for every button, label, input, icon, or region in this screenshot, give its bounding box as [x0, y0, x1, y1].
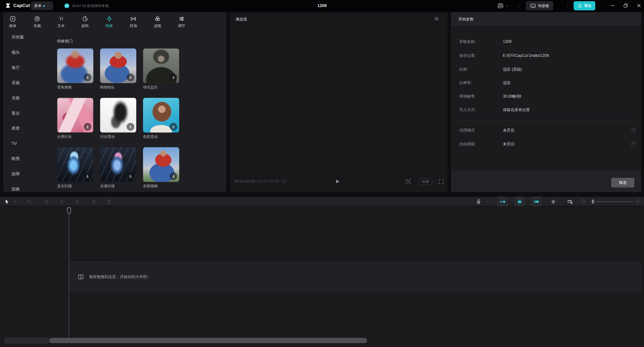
download-icon[interactable]: [84, 172, 92, 180]
chevron-down-icon[interactable]: [13, 199, 17, 204]
transition-icon: [130, 16, 136, 22]
keyboard-icon: [530, 3, 536, 9]
delete-icon[interactable]: [106, 199, 112, 204]
category-tv[interactable]: TV: [12, 141, 17, 146]
export-button[interactable]: 导出: [574, 1, 595, 10]
param-row-name: 草稿名称: 1209: [451, 38, 641, 45]
effect-thumbnail[interactable]: [143, 98, 179, 133]
effect-card[interactable]: 表面模糊: [143, 147, 179, 182]
effect-thumbnail[interactable]: [57, 98, 93, 133]
download-icon[interactable]: [127, 172, 134, 180]
minimize-button[interactable]: [610, 3, 615, 8]
tab-media[interactable]: 媒体: [4, 16, 22, 31]
download-icon[interactable]: [84, 123, 92, 131]
snap-toggle[interactable]: [497, 196, 508, 207]
close-button[interactable]: [636, 3, 642, 8]
tab-adjust[interactable]: 调节: [172, 16, 191, 31]
effect-thumbnail[interactable]: [57, 48, 93, 83]
media-drop-zone[interactable]: 素材拖拽到这里，开始你的大作吧~: [70, 262, 641, 292]
menu-button[interactable]: 菜单: [31, 1, 53, 10]
tab-audio[interactable]: 音频: [28, 16, 46, 31]
main-track-magnet-toggle[interactable]: [514, 196, 525, 207]
preview-quality-icon[interactable]: [282, 179, 287, 184]
effect-card[interactable]: 光谱扫描: [100, 147, 136, 182]
param-label: 保存位置:: [459, 52, 476, 59]
download-icon[interactable]: [84, 73, 92, 81]
category-light[interactable]: 光效: [12, 95, 20, 101]
effect-card[interactable]: 变焦推镜: [57, 48, 93, 83]
effect-thumbnail[interactable]: [100, 98, 136, 133]
delete-left-icon[interactable]: [75, 199, 80, 204]
restore-button[interactable]: [623, 3, 628, 8]
zoom-in-icon[interactable]: [635, 199, 640, 204]
effect-thumbnail[interactable]: [143, 147, 179, 182]
effect-card[interactable]: 精细锐化: [100, 48, 136, 83]
category-dark[interactable]: 暗黑: [12, 156, 20, 162]
category-opening-closing[interactable]: 开闭幕: [12, 34, 24, 40]
preview-axis-icon[interactable]: [550, 199, 556, 205]
horizontal-scrollbar[interactable]: [49, 338, 367, 343]
timeline-zoom-fit-icon[interactable]: [567, 199, 573, 205]
category-camera[interactable]: 镜头: [12, 50, 20, 55]
tab-effects[interactable]: 特效: [100, 16, 118, 31]
playhead-handle[interactable]: [66, 207, 72, 214]
link-toggle[interactable]: [531, 196, 542, 207]
effect-card[interactable]: 绿光监控: [143, 48, 179, 83]
fullscreen-icon[interactable]: [438, 179, 444, 184]
playhead-line[interactable]: [69, 215, 69, 339]
effect-thumbnail[interactable]: [143, 48, 179, 83]
player-menu-icon[interactable]: [434, 16, 439, 21]
asset-panel: 媒体 音频 TI 文本 贴纸 特效 转场 滤镜 调节 开闭幕 镜头 迪厅 圣诞 …: [4, 12, 226, 192]
category-distort[interactable]: 扭曲: [12, 186, 20, 192]
focus-zoom-icon[interactable]: [406, 179, 411, 184]
tab-text[interactable]: TI 文本: [52, 16, 70, 31]
download-icon[interactable]: [127, 73, 134, 81]
menu-badge-dot: [43, 5, 45, 7]
tab-transition[interactable]: 转场: [124, 16, 142, 31]
effect-card[interactable]: 分屏闪光: [57, 98, 93, 133]
category-retro[interactable]: 复古: [12, 110, 20, 116]
param-value: 未开启: [503, 141, 514, 147]
category-christmas[interactable]: 圣诞: [12, 80, 20, 86]
play-button[interactable]: [334, 179, 340, 184]
redo-icon[interactable]: [44, 199, 49, 204]
zoom-out-icon[interactable]: [581, 199, 586, 204]
tab-sticker[interactable]: 贴纸: [76, 16, 94, 31]
download-icon[interactable]: [170, 172, 177, 180]
help-icon[interactable]: ?: [631, 142, 636, 146]
delete-right-icon[interactable]: [91, 199, 96, 204]
effect-card[interactable]: 蓝光扫描: [57, 147, 93, 182]
effect-thumbnail[interactable]: [100, 147, 136, 182]
tab-label: 音频: [34, 24, 41, 28]
category-disco[interactable]: 迪厅: [12, 65, 20, 71]
param-label: 代理模式: [459, 127, 475, 133]
app-logo: CapCut: [5, 2, 30, 9]
split-icon[interactable]: [59, 199, 65, 204]
timeline-zoom-slider-thumb[interactable]: [592, 200, 594, 204]
effect-card[interactable]: 闪光震动: [100, 98, 136, 133]
timeline-area[interactable]: 素材拖拽到这里，开始你的大作吧~: [0, 206, 644, 347]
effect-card[interactable]: 色差流动: [143, 98, 179, 133]
effect-thumbnail[interactable]: [57, 147, 93, 182]
category-stars[interactable]: 星星: [12, 126, 20, 131]
undo-icon[interactable]: [27, 199, 32, 204]
record-voiceover-icon[interactable]: [476, 199, 482, 205]
layout-switcher[interactable]: [497, 3, 509, 9]
tab-label: 特效: [106, 24, 113, 28]
modify-button[interactable]: 修改: [611, 178, 634, 187]
download-icon[interactable]: [170, 123, 177, 131]
category-glitch[interactable]: 故障: [12, 171, 20, 177]
tab-filter[interactable]: 滤镜: [148, 16, 167, 31]
capcut-logo-icon: [5, 2, 11, 9]
shortcuts-button[interactable]: 快捷键: [526, 1, 553, 10]
text-icon: TI: [58, 16, 64, 22]
select-tool-icon[interactable]: [4, 199, 10, 204]
download-icon[interactable]: [127, 123, 134, 131]
effect-thumbnail[interactable]: [100, 48, 136, 83]
timeline-zoom-slider[interactable]: [590, 201, 633, 202]
ratio-button[interactable]: 比例: [419, 178, 432, 185]
download-icon[interactable]: [170, 73, 177, 81]
effect-name: 表面模糊: [143, 184, 182, 188]
effects-sparkle-icon: [106, 16, 112, 22]
help-icon[interactable]: ?: [631, 128, 636, 133]
